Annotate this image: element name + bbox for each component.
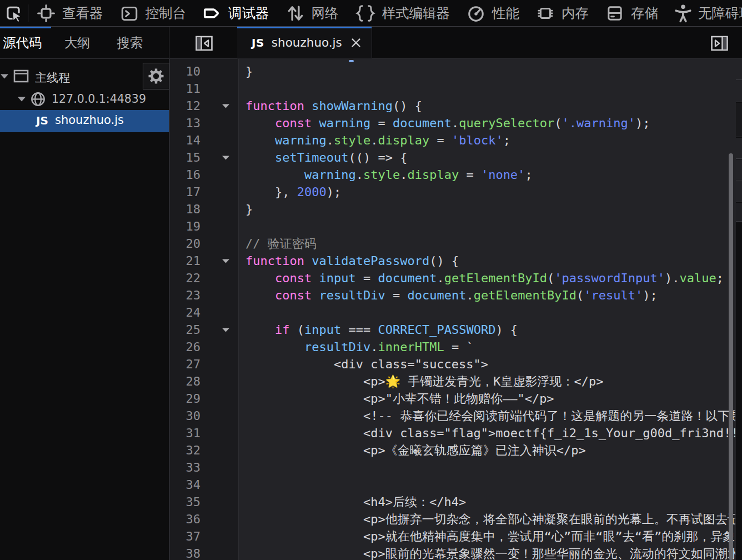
code-line-20: 20// 验证密码	[170, 235, 735, 252]
line-number[interactable]: 36	[170, 511, 200, 528]
js-file-badge: JS	[36, 114, 48, 127]
toolbox-tab-label: 查看器	[62, 4, 103, 22]
clipped-line9-text-remnant	[349, 60, 354, 62]
code-line-16: 16 warning.style.display = 'none';	[170, 166, 735, 183]
line-number[interactable]: 35	[170, 493, 200, 511]
line-number[interactable]: 17	[170, 183, 200, 201]
tree-row-main-thread[interactable]: 主线程	[0, 60, 169, 88]
code-line-24: 24	[170, 304, 735, 321]
toolbox-tab-styleeditor[interactable]: 样式编辑器	[347, 0, 459, 26]
code-text: <!-- 恭喜你已经会阅读前端代码了！这是解题的另一条道路！以下是	[245, 407, 735, 424]
toolbox-tab-label: 调试器	[228, 4, 269, 22]
code-text: function showWarning() {	[245, 97, 422, 114]
source-panel-tabs: 源代码大纲搜索	[0, 27, 169, 58]
fold-arrow-icon[interactable]	[222, 328, 229, 332]
code-line-14: 14 warning.style.display = 'block';	[170, 132, 735, 149]
source-editor[interactable]: 10}1112function showWarning() {13 const …	[170, 59, 735, 560]
line-number[interactable]: 22	[170, 269, 200, 287]
tree-row-source-file-selected[interactable]: JS shouzhuo.js	[0, 110, 169, 132]
line-number[interactable]: 23	[170, 287, 200, 304]
line-number[interactable]: 16	[170, 166, 200, 183]
line-number[interactable]: 20	[170, 235, 200, 252]
line-number[interactable]: 19	[170, 218, 200, 235]
chevron-down-icon[interactable]	[1, 74, 8, 79]
toolbox-tab-strip: 查看器 控制台 调试器 网络 样式编辑器 性能 内存 存储 无障碍环境	[28, 0, 742, 26]
editor-file-tab[interactable]: JS shouzhuo.js	[237, 27, 372, 58]
toolbox-tab-label: 内存	[561, 4, 589, 22]
fold-arrow-icon[interactable]	[222, 156, 229, 160]
code-line-31: 31 <div class="flag">moectf{f_i2_1s_Your…	[170, 424, 735, 442]
line-number[interactable]: 12	[170, 97, 200, 114]
line-number[interactable]: 37	[170, 528, 200, 545]
sources-tree-panel: 主线程	[0, 59, 169, 560]
line-number[interactable]: 13	[170, 114, 200, 132]
thread-settings-button[interactable]	[143, 63, 169, 89]
line-number[interactable]: 34	[170, 476, 200, 493]
right-pane-row	[736, 59, 742, 80]
storage-icon	[605, 4, 624, 23]
code-line-37: 37 <p>就在他精神高度集中，尝试用“心”而非“眼”去“看”的刹那，异象	[170, 528, 735, 545]
line-number[interactable]: 32	[170, 442, 200, 459]
line-number[interactable]: 31	[170, 424, 200, 442]
collapse-sources-pane-button[interactable]	[193, 34, 214, 52]
toolbox-tab-memory[interactable]: 内存	[528, 0, 597, 26]
toolbox-tab-network[interactable]: 网络	[278, 0, 347, 26]
code-line-17: 17 }, 2000);	[170, 183, 735, 201]
line-number[interactable]: 29	[170, 390, 200, 407]
editor-vertical-scrollbar-thumb[interactable]	[729, 153, 733, 560]
toolbox-tab-label: 网络	[312, 4, 339, 22]
panel-tab-label: 搜索	[117, 34, 143, 52]
line-number[interactable]: 24	[170, 304, 200, 321]
toolbox-tab-storage[interactable]: 存储	[597, 0, 666, 26]
toolbox-tab-inspector[interactable]: 查看器	[28, 0, 112, 26]
line-number[interactable]: 15	[170, 149, 200, 166]
code-text: warning.style.display = 'none';	[245, 166, 533, 183]
code-text: <p>《金曦玄轨感应篇》已注入神识</p>	[245, 442, 586, 459]
console-icon	[120, 4, 139, 23]
toolbox-tab-label: 无障碍环境	[698, 4, 742, 22]
pick-element-button[interactable]	[0, 0, 28, 26]
debugger-second-row: 源代码大纲搜索 JS shouzhuo.js	[0, 27, 742, 58]
code-line-32: 32 <p>《金曦玄轨感应篇》已注入神识</p>	[170, 442, 735, 459]
performance-icon	[467, 4, 485, 23]
line-number[interactable]: 18	[170, 201, 200, 218]
code-line-29: 29 <p>"小辈不错！此物赠你——"</p>	[170, 390, 735, 407]
line-number[interactable]: 10	[170, 63, 200, 80]
panel-tab-outline[interactable]: 大纲	[51, 27, 104, 58]
toolbox-tab-accessibility[interactable]: 无障碍环境	[666, 0, 742, 26]
line-number[interactable]: 26	[170, 338, 200, 356]
window-icon	[13, 68, 29, 84]
line-number[interactable]: 30	[170, 407, 200, 424]
line-number[interactable]: 33	[170, 459, 200, 476]
toolbox-tab-performance[interactable]: 性能	[458, 0, 528, 26]
code-text: resultDiv.innerHTML = `	[245, 338, 474, 356]
code-line-22: 22 const input = document.getElementById…	[170, 269, 735, 287]
chevron-down-icon[interactable]	[18, 97, 26, 102]
editor-tab-filename: shouzhuo.js	[272, 36, 342, 49]
code-line-13: 13 const warning = document.querySelecto…	[170, 114, 735, 132]
fold-arrow-icon[interactable]	[222, 259, 229, 263]
code-line-21: 21function validatePassword() {	[170, 252, 735, 269]
debugger-right-pane-sliver	[736, 59, 742, 560]
code-line-36: 36 <p>他摒弃一切杂念，将全部心神凝聚在眼前的光幕上。不再试图去记	[170, 511, 735, 528]
line-number[interactable]: 38	[170, 545, 200, 560]
line-number[interactable]: 27	[170, 356, 200, 373]
line-number[interactable]: 14	[170, 132, 200, 149]
panel-tab-sources[interactable]: 源代码	[0, 27, 51, 58]
expand-panel-icon	[711, 36, 728, 51]
toolbox-tab-debugger[interactable]: 调试器	[194, 0, 278, 26]
code-line-12: 12function showWarning() {	[170, 97, 735, 114]
fold-arrow-icon[interactable]	[222, 104, 229, 108]
expand-panes-button[interactable]	[709, 34, 730, 52]
close-tab-button[interactable]	[351, 38, 361, 48]
line-number[interactable]: 28	[170, 373, 200, 390]
toolbox-tab-console[interactable]: 控制台	[112, 0, 195, 26]
line-number[interactable]: 11	[170, 80, 200, 97]
line-number[interactable]: 25	[170, 321, 200, 338]
panel-tab-search[interactable]: 搜索	[104, 27, 157, 58]
line-number[interactable]: 21	[170, 252, 200, 269]
tree-row-origin[interactable]: 127.0.0.1:44839	[0, 88, 169, 110]
code-text: <div class="flag">moectf{f_i2_1s_Your_g0…	[245, 424, 735, 442]
code-text: warning.style.display = 'block';	[245, 132, 510, 149]
debugger-icon	[203, 4, 222, 23]
